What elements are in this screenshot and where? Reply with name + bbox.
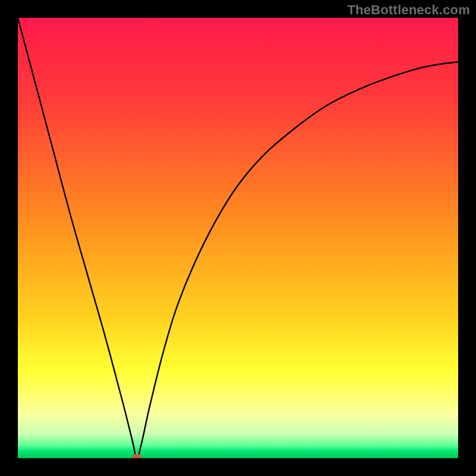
- min-marker: [133, 454, 141, 458]
- chart-frame: TheBottleneck.com: [0, 0, 476, 476]
- plot-svg: [18, 18, 458, 458]
- gradient-background: [18, 18, 458, 458]
- watermark-text: TheBottleneck.com: [347, 2, 470, 18]
- plot-area: [18, 18, 458, 458]
